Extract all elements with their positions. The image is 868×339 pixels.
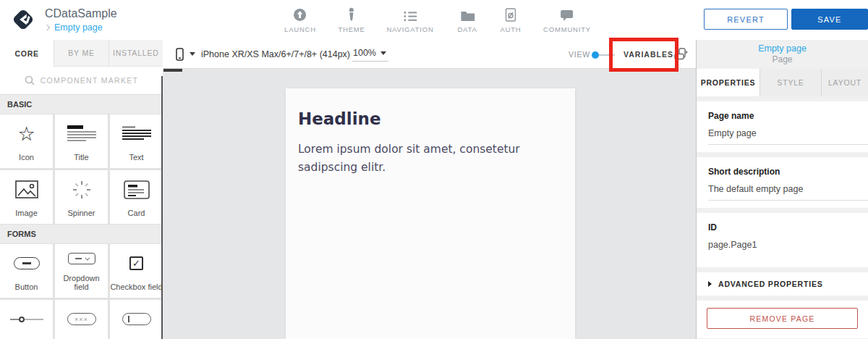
- nav-label: LAUNCH: [284, 25, 316, 33]
- chevron-down-icon: [190, 52, 195, 56]
- top-bar: CDataSample Empty page LAUNCH THEME NAVI…: [0, 0, 868, 40]
- nav-item-launch[interactable]: LAUNCH: [284, 8, 316, 33]
- page-name-input[interactable]: Empty page: [708, 128, 868, 145]
- component-market-search[interactable]: COMPONENT MARKET: [0, 67, 163, 94]
- tile-label: Icon: [19, 153, 34, 162]
- remove-page-button[interactable]: REMOVE PAGE: [707, 308, 858, 329]
- chevron-right-icon: [44, 25, 50, 30]
- field-card-id: ID page.Page1: [697, 213, 868, 267]
- tab-installed[interactable]: INSTALLED: [109, 40, 163, 67]
- canvas-toolbar: iPhone XR/XS Max/6+/7+/8+ (414px) 100% V…: [163, 40, 696, 69]
- advanced-properties-expander[interactable]: ADVANCED PROPERTIES: [697, 272, 868, 296]
- component-tile-button[interactable]: Button: [0, 244, 53, 298]
- remove-page-card: REMOVE PAGE: [697, 301, 868, 338]
- app-title: CDataSample: [45, 7, 117, 20]
- scrollbar-fragment: [163, 69, 182, 72]
- component-tile-text[interactable]: Text: [110, 114, 163, 168]
- selected-element-type: Page: [697, 54, 868, 64]
- page-headline[interactable]: Headline: [298, 109, 563, 128]
- section-header-forms: FORMS: [0, 224, 163, 243]
- zoom-value: 100%: [353, 48, 376, 58]
- device-selector[interactable]: iPhone XR/XS Max/6+/7+/8+ (414px): [176, 40, 350, 68]
- tile-label: Dropdown field: [55, 274, 108, 292]
- component-palette: CORE BY ME INSTALLED COMPONENT MARKET BA…: [0, 40, 163, 339]
- nav-item-community[interactable]: COMMUNITY: [543, 8, 591, 33]
- component-tile-title[interactable]: Title: [55, 114, 108, 168]
- button-icon: [0, 244, 53, 282]
- preview-page[interactable]: Headline Lorem ipsum dolor sit amet, con…: [286, 88, 575, 339]
- design-canvas[interactable]: Headline Lorem ipsum dolor sit amet, con…: [163, 69, 696, 339]
- palette-tabs: CORE BY ME INSTALLED: [0, 40, 163, 67]
- input-icon: [110, 300, 163, 338]
- inspector-panel: Empty page Page PROPERTIES STYLE LAYOUT …: [696, 40, 868, 339]
- tab-layout[interactable]: LAYOUT: [822, 69, 868, 96]
- sidebar-scrollbar[interactable]: [161, 76, 163, 339]
- caret-right-icon: [708, 281, 712, 287]
- nav-label: THEME: [338, 25, 365, 33]
- field-card-short-description: Short description The default empty page: [697, 157, 868, 208]
- component-tile-password-field[interactable]: ××× Password field: [55, 300, 108, 339]
- selected-element-name[interactable]: Empty page: [697, 43, 868, 54]
- component-tile-image[interactable]: Image: [0, 170, 53, 224]
- component-tile-card[interactable]: Card: [110, 170, 163, 224]
- zoom-selector[interactable]: 100%: [352, 47, 388, 62]
- nav-label: NAVIGATION: [386, 25, 433, 33]
- search-icon: [25, 75, 35, 85]
- tab-by-me[interactable]: BY ME: [54, 40, 109, 67]
- rotate-device-icon[interactable]: [674, 48, 688, 63]
- card-icon: [110, 170, 163, 209]
- spinner-icon: [55, 170, 108, 209]
- checkbox-icon: ✓: [110, 244, 163, 282]
- save-button[interactable]: SAVE: [791, 9, 868, 30]
- basic-components-grid: ☆ Icon Title Text Image: [0, 114, 163, 224]
- field-label: ID: [708, 222, 868, 233]
- component-tile-spinner[interactable]: Spinner: [55, 170, 108, 224]
- advanced-properties-label: ADVANCED PROPERTIES: [718, 280, 823, 288]
- nav-label: AUTH: [500, 25, 521, 33]
- tab-core[interactable]: CORE: [0, 40, 54, 67]
- variables-mode-label[interactable]: VARIABLES: [624, 50, 673, 59]
- forms-components-grid: Button Dropdown field ✓ Checkbox field S…: [0, 243, 163, 339]
- short-description-input[interactable]: The default empty page: [708, 184, 868, 201]
- component-tile-icon[interactable]: ☆ Icon: [0, 114, 53, 168]
- theme-icon: [338, 8, 365, 22]
- title-icon: [55, 114, 108, 153]
- device-label: iPhone XR/XS Max/6+/7+/8+ (414px): [201, 49, 350, 59]
- nav-item-navigation[interactable]: NAVIGATION: [386, 8, 433, 33]
- text-icon: [110, 114, 163, 153]
- page-body-text[interactable]: Lorem ipsum dolor sit amet, consetetur s…: [298, 141, 553, 177]
- breadcrumb-label: Empty page: [54, 22, 103, 33]
- star-icon: ☆: [0, 114, 53, 153]
- tile-label: Text: [129, 153, 143, 162]
- tab-style[interactable]: STYLE: [760, 69, 822, 96]
- view-variables-toggle[interactable]: [592, 51, 616, 59]
- auth-icon: [500, 8, 521, 22]
- field-label: Page name: [708, 111, 868, 121]
- navigation-icon: [386, 8, 433, 22]
- breadcrumb[interactable]: Empty page: [45, 22, 103, 33]
- tile-label: Card: [128, 209, 145, 218]
- nav-label: COMMUNITY: [543, 25, 591, 33]
- component-tile-dropdown-field[interactable]: Dropdown field: [55, 244, 108, 298]
- data-icon: [457, 8, 477, 22]
- tab-properties[interactable]: PROPERTIES: [697, 69, 760, 96]
- tile-label: Image: [15, 209, 38, 218]
- revert-button[interactable]: REVERT: [704, 9, 788, 30]
- component-tile-input-field[interactable]: Input field: [110, 300, 163, 339]
- component-tile-checkbox-field[interactable]: ✓ Checkbox field: [110, 244, 163, 298]
- tile-label: Spinner: [68, 209, 95, 218]
- nav-item-data[interactable]: DATA: [457, 8, 477, 33]
- view-mode-label[interactable]: VIEW: [569, 50, 590, 59]
- nav-item-auth[interactable]: AUTH: [500, 8, 521, 33]
- launch-icon: [284, 8, 316, 22]
- tile-label: Button: [15, 282, 38, 292]
- slider-icon: [0, 300, 53, 338]
- inspector-header: Empty page Page: [697, 40, 868, 65]
- toggle-knob: [592, 51, 599, 59]
- phone-icon: [176, 48, 184, 61]
- field-label: Short description: [708, 167, 868, 177]
- nav-item-theme[interactable]: THEME: [338, 8, 365, 33]
- section-header-basic: BASIC: [0, 94, 163, 114]
- password-icon: ×××: [55, 300, 108, 338]
- component-tile-slider-field[interactable]: Slider field: [0, 300, 53, 339]
